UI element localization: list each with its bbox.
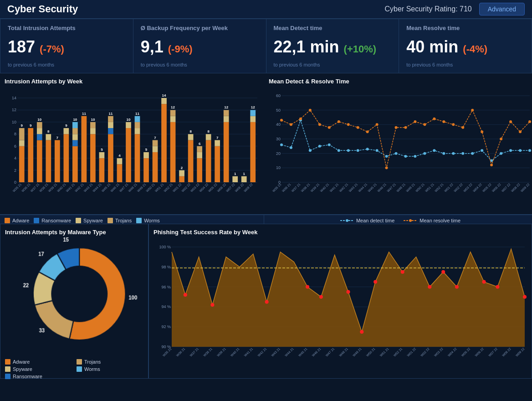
rating-label: Cyber Security Rating: 710 xyxy=(385,5,472,13)
legend-ransomware: Ransomware xyxy=(34,218,71,223)
line-chart-title: Mean Detect & Resolve Time xyxy=(269,78,532,85)
kpi-backup-change: (-9%) xyxy=(168,43,193,55)
bar-chart-title: Intrusion Attempts by Week xyxy=(5,78,260,85)
phishing-chart-canvas xyxy=(153,237,527,374)
svg-point-1 xyxy=(346,219,348,222)
donut-legend-adware: Adware xyxy=(5,359,72,365)
kpi-backup-label: Ø Backup Frequency per Week xyxy=(141,25,259,31)
donut-legend: Adware Trojans Spyware Worms Ransomware xyxy=(5,359,143,379)
kpi-resolve: Mean Resolve time 40 min (-4%) to previo… xyxy=(399,19,532,73)
svg-point-3 xyxy=(409,219,412,222)
kpi-backup-sub: to previous 6 months xyxy=(141,62,259,67)
bar-chart-canvas xyxy=(5,87,260,210)
kpi-detect: Mean Detect time 22,1 min (+10%) to prev… xyxy=(266,19,399,73)
phishing-panel: Phishing Test Success Rate by Week xyxy=(148,224,532,379)
kpi-detect-value: 22,1 min (+10%) xyxy=(274,37,392,57)
kpi-backup-value: 9,1 (-9%) xyxy=(141,37,259,57)
header-right: Cyber Security Rating: 710 Advanced xyxy=(385,3,525,15)
kpi-detect-change: (+10%) xyxy=(344,43,377,55)
header: Cyber Security Cyber Security Rating: 71… xyxy=(0,0,532,19)
kpi-detect-sub: to previous 6 months xyxy=(274,62,392,67)
donut-legend-worms: Worms xyxy=(77,366,143,372)
kpi-resolve-change: (-4%) xyxy=(463,43,487,55)
legend-spyware: Spyware xyxy=(76,218,103,223)
kpi-intrusion: Total Intrusion Attempts 187 (-7%) to pr… xyxy=(0,19,133,73)
kpi-backup: Ø Backup Frequency per Week 9,1 (-9%) to… xyxy=(133,19,266,73)
page-title: Cyber Security xyxy=(7,3,78,15)
donut-legend-trojans: Trojans xyxy=(77,359,143,365)
kpi-detect-label: Mean Detect time xyxy=(274,25,392,31)
line-chart-canvas xyxy=(269,87,532,210)
donut-chart-canvas xyxy=(5,237,143,355)
donut-legend-spyware: Spyware xyxy=(5,366,72,372)
kpi-intrusion-change: (-7%) xyxy=(40,43,64,55)
legend-detect: Mean detect time xyxy=(340,218,394,223)
donut-legend-ransomware: Ransomware xyxy=(5,374,72,379)
kpi-resolve-value: 40 min (-4%) xyxy=(406,37,524,57)
kpi-row: Total Intrusion Attempts 187 (-7%) to pr… xyxy=(0,19,532,73)
legend-trojans: Trojans xyxy=(107,218,132,223)
bottom-row: Intrusion Attempts by Malware Type Adwar… xyxy=(0,224,532,379)
legend-worms: Worms xyxy=(136,218,160,223)
kpi-intrusion-label: Total Intrusion Attempts xyxy=(8,25,126,31)
kpi-resolve-sub: to previous 6 months xyxy=(406,62,524,67)
phishing-title: Phishing Test Success Rate by Week xyxy=(153,229,527,236)
kpi-resolve-label: Mean Resolve time xyxy=(406,25,524,31)
donut-title: Intrusion Attempts by Malware Type xyxy=(5,229,143,236)
advanced-button[interactable]: Advanced xyxy=(479,3,525,15)
legend-adware: Adware xyxy=(5,218,29,223)
charts-row: Intrusion Attempts by Week Adware Ransom… xyxy=(0,73,532,224)
legend-resolve: Mean resolve time xyxy=(404,218,460,223)
kpi-intrusion-sub: to previous 6 months xyxy=(8,62,126,67)
donut-panel: Intrusion Attempts by Malware Type Adwar… xyxy=(0,224,148,379)
kpi-intrusion-value: 187 (-7%) xyxy=(8,37,126,57)
